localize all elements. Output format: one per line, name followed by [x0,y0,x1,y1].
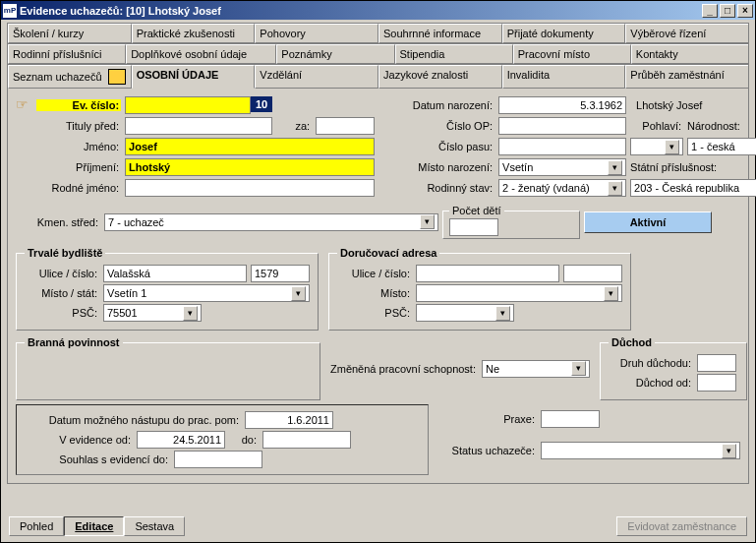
cislo-op-input[interactable] [498,117,626,135]
dorucovaci-adresa-group: Doručovací adresa Ulice / číslo: Místo: … [328,247,631,331]
kmen-stred-select[interactable]: 7 - uchazeč▾ [104,213,438,231]
misto2-select[interactable]: ▾ [416,284,622,302]
pohled-button[interactable]: Pohled [9,516,64,536]
evidence-od-label: V evidence od: [25,434,133,446]
name-display: Lhotský Josef [630,99,756,111]
ev-cislo-input[interactable] [125,96,251,114]
evidence-do-input[interactable] [262,431,351,449]
chevron-down-icon: ▾ [420,214,435,229]
tab-osobni-udaje[interactable]: OSOBNÍ ÚDAJE [132,65,256,89]
cislo-input[interactable] [251,265,310,282]
cislo-op-label: Číslo OP: [378,120,494,132]
branna-legend: Branná povinnost [25,336,123,348]
status-aktivni-button[interactable]: Aktivní [584,211,712,233]
tab-kontakty[interactable]: Kontakty [631,44,748,64]
misto-label: Místo / stát: [25,287,99,299]
zps-select[interactable]: Ne▾ [482,360,590,378]
praxe-input[interactable] [541,410,600,428]
praxe-label: Praxe: [438,413,537,425]
tituly-pred-input[interactable] [125,117,272,135]
souhlas-input[interactable] [174,451,262,468]
jmeno-input[interactable] [125,138,375,155]
cislo-pasu-input[interactable] [498,138,626,155]
duchod-legend: Důchod [609,336,655,348]
dorucovaci-adresa-legend: Doručovací adresa [337,247,439,259]
tab-row-2: Rodinní příslušníci Doplňkové osobní úda… [7,43,749,64]
misto-narozeni-select[interactable]: Vsetín▾ [498,158,626,176]
pohlavi-label: Pohlaví: [630,120,683,132]
tab-vzdelani[interactable]: Vzdělání [255,65,378,89]
tab-dokumenty[interactable]: Přijaté dokumenty [502,24,626,43]
ulice-label: Ulice / číslo: [25,268,99,279]
tab-prakticke[interactable]: Praktické zkušenosti [132,24,256,43]
psc-select[interactable]: 75501▾ [103,304,202,322]
chevron-down-icon: ▾ [571,361,586,376]
tab-row-1: Školení / kurzy Praktické zkušenosti Poh… [7,23,749,43]
ev-cislo-value: 10 [251,96,272,112]
sestava-button[interactable]: Sestava [124,516,185,536]
chevron-down-icon: ▾ [604,286,618,301]
tab-souhrnne[interactable]: Souhrnné informace [378,24,502,43]
trvale-bydliste-group: Trvalé bydliště Ulice / číslo: Místo / s… [16,247,319,331]
evidence-od-input[interactable] [137,431,225,449]
narodnost-label: Národnost: [687,120,756,132]
editace-button[interactable]: Editace [64,516,124,536]
misto-select[interactable]: Vsetín 1▾ [103,284,310,302]
chevron-down-icon: ▾ [495,306,510,321]
duchod-group: Důchod Druh důchodu: Důchod od: [600,336,747,400]
datum-narozeni-input[interactable] [498,96,626,114]
main-panel: ☞ Ev. číslo: 10 Datum narození: Lhotský … [7,89,749,484]
tab-skoleni[interactable]: Školení / kurzy [8,24,132,43]
tab-pohovory[interactable]: Pohovory [255,24,378,43]
ulice2-input[interactable] [416,265,559,282]
tab-poznamky[interactable]: Poznámky [276,44,394,64]
psc2-label: PSČ: [337,307,412,319]
tab-jazykove[interactable]: Jazykové znalosti [378,65,502,89]
chevron-down-icon: ▾ [608,160,622,175]
prijmeni-input[interactable] [125,158,375,176]
duchod-od-label: Důchod od: [609,377,693,389]
nastup-input[interactable] [245,411,333,429]
ulice-input[interactable] [103,265,247,282]
rodinny-stav-select[interactable]: 2 - ženatý (vdaná)▾ [498,179,626,197]
duchod-od-input[interactable] [697,374,736,392]
rodne-jmeno-input[interactable] [125,179,375,197]
tab-rodinni[interactable]: Rodinní příslušníci [8,44,126,64]
rodne-jmeno-label: Rodné jméno: [36,182,121,194]
tab-doplnkove[interactable]: Doplňkové osobní údaje [126,44,276,64]
tituly-za-input[interactable] [316,117,375,135]
tab-seznam[interactable]: Seznam uchazečů [8,65,132,89]
close-button[interactable]: × [737,4,753,18]
rodinny-stav-label: Rodinný stav: [378,182,494,194]
psc2-select[interactable]: ▾ [416,304,514,322]
view-mode-buttons: Pohled Editace Sestava [9,516,185,536]
chevron-down-icon: ▾ [722,444,736,458]
narodnost-select[interactable]: 1 - česká▾ [687,138,756,155]
pocet-deti-input[interactable] [449,218,498,236]
cislo2-input[interactable] [563,265,622,282]
tab-pracmisto[interactable]: Pracovní místo [513,44,631,64]
tab-prubeh-zam[interactable]: Průběh zaměstnání [625,65,748,89]
misto2-label: Místo: [337,287,412,299]
cislo-pasu-label: Číslo pasu: [378,141,494,152]
zps-label: Změněná pracovní schopnost: [330,363,478,375]
tab-invalidita[interactable]: Invalidita [502,65,626,89]
maximize-button[interactable]: □ [720,4,735,18]
chevron-down-icon: ▾ [665,140,679,154]
chevron-down-icon: ▾ [291,286,306,301]
status-uchazece-select[interactable]: ▾ [541,442,740,459]
chevron-down-icon: ▾ [608,181,622,196]
evidence-do-label: do: [229,434,259,446]
ev-cislo-label: Ev. číslo: [36,99,121,111]
minimize-button[interactable]: _ [702,4,718,18]
tab-stipendia[interactable]: Stipendia [395,44,513,64]
tab-vyberove[interactable]: Výběrové řízení [625,24,748,43]
statni-prislusnost-select[interactable]: 203 - Česká republika▾ [630,179,756,197]
druh-duchodu-input[interactable] [697,354,736,372]
evidovat-zamestnance-button[interactable]: Evidovat zaměstnance [616,516,747,536]
statni-prislusnost-label: Státní příslušnost: [630,161,756,173]
jmeno-label: Jméno: [36,141,121,152]
titlebar: mP Evidence uchazečů: [10] Lhotský Josef… [1,1,755,20]
pohlavi-select[interactable]: ▾ [630,138,683,155]
prijmeni-label: Příjmení: [36,161,121,173]
